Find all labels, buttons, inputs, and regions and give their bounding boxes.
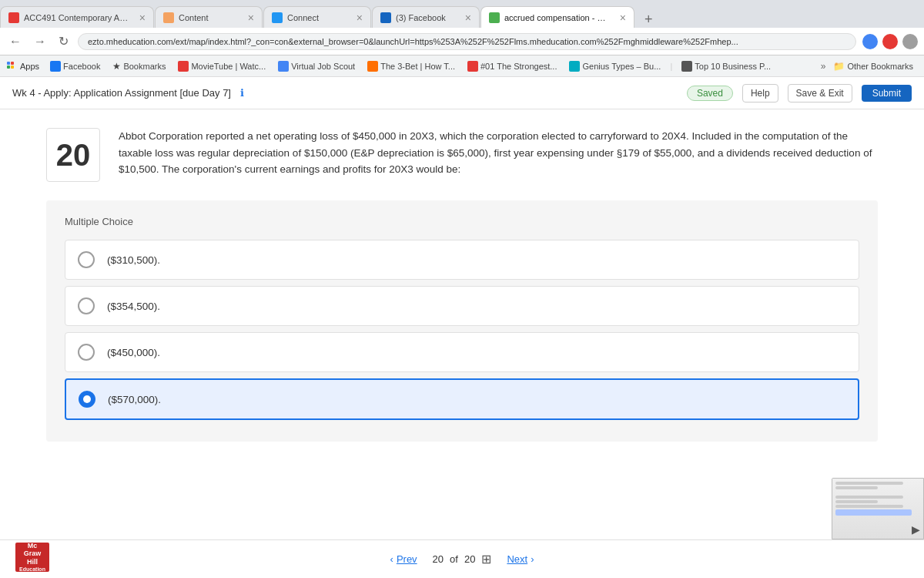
tab-content[interactable]: Content ×: [155, 6, 263, 28]
mc-option-3[interactable]: ($450,000).: [65, 332, 859, 372]
tab-favicon-facebook: [380, 12, 391, 23]
extension-icon[interactable]: [882, 34, 898, 49]
mc-option-2[interactable]: ($354,500).: [65, 286, 859, 326]
next-chevron-icon: ›: [531, 553, 534, 565]
bookmarks-bar: Apps Facebook ★ Bookmarks MovieTube | Wa…: [0, 55, 924, 77]
tab-facebook[interactable]: (3) Facebook ×: [372, 6, 480, 28]
thumbnail-preview: ▶: [832, 478, 924, 539]
mc-option-1[interactable]: ($310,500).: [65, 240, 859, 280]
of-label: of: [450, 553, 458, 565]
profile-icon[interactable]: [902, 34, 918, 49]
tab-title-acc491: ACC491 Contemporary Auditin: [24, 13, 132, 22]
saved-badge: Saved: [687, 86, 733, 101]
svg-rect-4: [11, 62, 14, 65]
tab-close-connect[interactable]: ×: [357, 12, 363, 24]
tab-close-acc491[interactable]: ×: [139, 12, 146, 24]
bookmark-label-top10: Top 10 Business P...: [695, 62, 771, 71]
tab-acc491[interactable]: ACC491 Contemporary Auditin ×: [0, 6, 154, 28]
apps-bookmark[interactable]: Apps: [6, 61, 39, 72]
thumb-line-2: [835, 486, 878, 489]
folder-icon: 📁: [833, 61, 845, 72]
bookmark-label-genius: Genius Types – Bu...: [582, 62, 661, 71]
radio-dot-4: [83, 395, 91, 403]
refresh-button[interactable]: ↻: [55, 32, 72, 50]
forward-button[interactable]: →: [31, 33, 49, 50]
thumb-selected-option: [835, 509, 912, 516]
bookmark-favicon-virtualjobscout: [278, 61, 289, 72]
bookmark-other[interactable]: 📁 Other Bookmarks: [829, 59, 918, 73]
svg-point-1: [885, 36, 896, 47]
google-account-icon[interactable]: [862, 34, 878, 49]
bookmark-favicon-top10: [681, 61, 692, 72]
tab-title-google: accrued compensation - Goog: [504, 13, 612, 22]
svg-rect-3: [7, 62, 10, 65]
mc-label: Multiple Choice: [65, 216, 859, 227]
tab-favicon-acc491: [8, 12, 19, 23]
bookmark-label-3bet: The 3-Bet | How T...: [380, 62, 455, 71]
back-button[interactable]: ←: [6, 33, 25, 50]
grid-icon[interactable]: ⊞: [481, 552, 491, 566]
thumb-inner: [832, 479, 923, 539]
info-icon[interactable]: ℹ: [240, 87, 244, 99]
submit-button[interactable]: Submit: [862, 85, 912, 102]
bookmark-favicon-strongest: [467, 61, 478, 72]
bookmark-favicon-genius: [569, 61, 580, 72]
apps-icon: [6, 61, 17, 72]
bookmark-top10[interactable]: Top 10 Business P...: [677, 59, 775, 73]
app-title: Wk 4 - Apply: Application Assignment [du…: [12, 87, 231, 99]
bookmark-3bet[interactable]: The 3-Bet | How T...: [363, 59, 460, 73]
tab-close-google[interactable]: ×: [620, 12, 626, 24]
thumb-line-4: [835, 500, 878, 503]
bookmark-star-icon: ★: [112, 61, 121, 72]
prev-button[interactable]: ‹ Prev: [390, 553, 417, 565]
tab-close-content[interactable]: ×: [248, 12, 254, 24]
tab-title-content: Content: [179, 13, 240, 22]
bookmark-favicon-movietube: [178, 61, 189, 72]
tab-connect[interactable]: Connect ×: [263, 6, 371, 28]
svg-rect-5: [7, 66, 10, 69]
question-number: 20: [46, 128, 100, 182]
next-label: Next: [507, 553, 527, 565]
new-tab-button[interactable]: +: [638, 12, 659, 28]
svg-rect-6: [11, 66, 14, 69]
mcgraw-hill-logo: Mc Graw Hill Education: [15, 543, 49, 572]
bookmark-virtualjobscout[interactable]: Virtual Job Scout: [273, 59, 360, 73]
help-button[interactable]: Help: [742, 84, 778, 102]
bookmark-movietube[interactable]: MovieTube | Watc...: [173, 59, 270, 73]
tab-favicon-content: [163, 12, 174, 23]
question-area: 20 Abbot Corporation reported a net oper…: [0, 109, 924, 469]
bookmark-label-bookmarks: Bookmarks: [123, 62, 166, 71]
tab-close-facebook[interactable]: ×: [465, 12, 471, 24]
tab-google[interactable]: accrued compensation - Goog ×: [480, 6, 634, 28]
current-page: 20: [433, 553, 444, 565]
thumb-arrow-icon[interactable]: ▶: [912, 523, 920, 536]
radio-3: [78, 344, 95, 361]
radio-4: [79, 391, 95, 408]
save-exit-button[interactable]: Save & Exit: [788, 84, 852, 102]
question-header: 20 Abbot Corporation reported a net oper…: [46, 128, 878, 182]
bookmark-label-facebook: Facebook: [63, 62, 100, 71]
thumb-spacer: [835, 491, 920, 494]
bookmark-label-other: Other Bookmarks: [847, 62, 913, 71]
mc-option-4[interactable]: ($570,000).: [65, 378, 859, 420]
logo-line2: Graw: [24, 549, 42, 558]
logo-line3: Hill: [27, 558, 38, 566]
mc-container: Multiple Choice ($310,500). ($354,500). …: [46, 200, 878, 442]
next-button[interactable]: Next ›: [507, 553, 534, 565]
bookmark-bookmarks[interactable]: ★ Bookmarks: [108, 59, 170, 73]
bookmark-genius[interactable]: Genius Types – Bu...: [564, 59, 665, 73]
apps-label: Apps: [20, 62, 39, 71]
svg-point-0: [865, 36, 875, 47]
url-bar[interactable]: ezto.mheducation.com/ext/map/index.html?…: [78, 33, 856, 50]
thumb-line-3: [835, 496, 903, 499]
total-pages: 20: [464, 553, 475, 565]
logo-line1: Mc: [28, 542, 38, 550]
question-text: Abbot Corporation reported a net operati…: [119, 128, 878, 178]
main-content: Wk 4 - Apply: Application Assignment [du…: [0, 77, 924, 578]
bookmark-facebook[interactable]: Facebook: [45, 59, 105, 73]
thumb-line-5: [835, 505, 903, 508]
bookmark-strongest[interactable]: #01 The Strongest...: [463, 59, 561, 73]
more-bookmarks-button[interactable]: »: [821, 61, 826, 72]
tab-favicon-google: [489, 12, 500, 23]
radio-2: [78, 297, 95, 314]
